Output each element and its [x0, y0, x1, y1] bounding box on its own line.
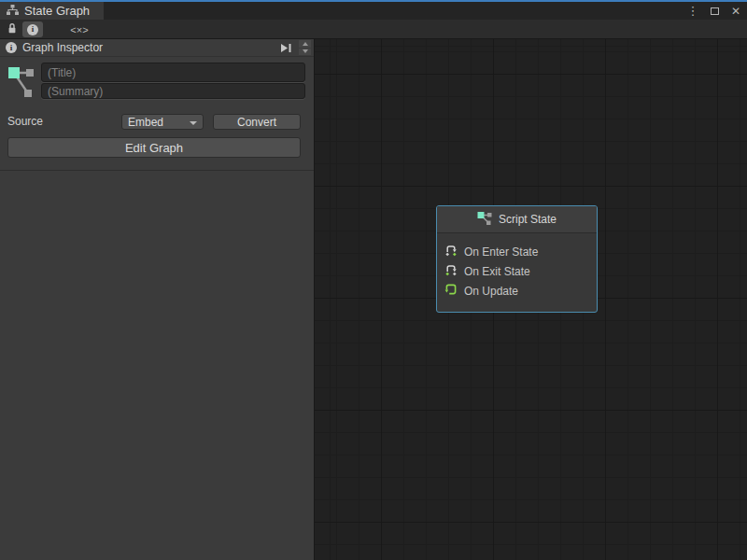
title-bar: State Graph ⋮ ✕ [0, 0, 747, 20]
code-view-button[interactable]: <×> [65, 21, 93, 37]
lock-button[interactable] [3, 21, 21, 37]
window-controls: ⋮ ✕ [685, 2, 743, 20]
graph-inspector-panel: Graph Inspector Source Embed Convert Edi… [0, 39, 314, 560]
edit-graph-label: Edit Graph [125, 141, 183, 155]
exit-state-icon [444, 263, 458, 280]
dock-icon[interactable] [278, 41, 293, 54]
inspector-title: Graph Inspector [22, 41, 103, 54]
event-row-on-exit-state[interactable]: On Exit State [437, 261, 597, 281]
event-row-on-enter-state[interactable]: On Enter State [437, 242, 597, 261]
code-icon: <×> [70, 24, 88, 35]
tab-state-graph[interactable]: State Graph [0, 2, 104, 20]
close-icon[interactable]: ✕ [728, 4, 743, 19]
scroll-up-button[interactable] [299, 40, 311, 48]
convert-label: Convert [237, 116, 276, 129]
chevron-down-icon [190, 121, 197, 125]
node-title: Script State [499, 213, 557, 226]
edit-graph-button[interactable]: Edit Graph [7, 137, 301, 158]
summary-field[interactable] [41, 83, 305, 99]
toolbar: <×> New State Graph Zoom 1x Dim Carry Al… [0, 20, 747, 39]
focus-accent-line [0, 0, 747, 2]
triangle-down-icon [303, 49, 308, 53]
info-icon [6, 42, 17, 53]
scroll-spinner [299, 40, 311, 55]
event-label: On Update [464, 285, 518, 298]
inspector-divider [0, 170, 314, 171]
scroll-down-button[interactable] [299, 49, 311, 56]
inspector-header: Graph Inspector [0, 39, 314, 57]
source-dropdown-value: Embed [128, 116, 163, 129]
tab-title: State Graph [24, 4, 90, 18]
info-icon [27, 24, 38, 35]
event-label: On Exit State [464, 265, 530, 278]
convert-button[interactable]: Convert [213, 114, 301, 130]
triangle-up-icon [303, 42, 308, 46]
state-graph-icon [7, 3, 19, 20]
script-state-icon [477, 211, 492, 229]
node-body: On Enter State On Exit State [437, 233, 597, 301]
graph-canvas[interactable]: Script State On Enter State [314, 39, 747, 560]
more-icon[interactable]: ⋮ [685, 4, 700, 19]
source-label: Source [7, 114, 43, 130]
source-dropdown[interactable]: Embed [121, 114, 204, 130]
script-state-node[interactable]: Script State On Enter State [436, 205, 598, 313]
title-field[interactable] [41, 63, 305, 82]
event-row-on-update[interactable]: On Update [437, 281, 597, 301]
node-header[interactable]: Script State [437, 206, 597, 233]
enter-state-icon [444, 244, 458, 260]
lock-icon [7, 21, 18, 38]
event-label: On Enter State [464, 245, 538, 259]
graph-asset-icon [7, 62, 34, 103]
update-icon [444, 283, 458, 300]
inspector-toggle-button[interactable] [22, 21, 43, 37]
maximize-icon[interactable] [707, 4, 722, 19]
